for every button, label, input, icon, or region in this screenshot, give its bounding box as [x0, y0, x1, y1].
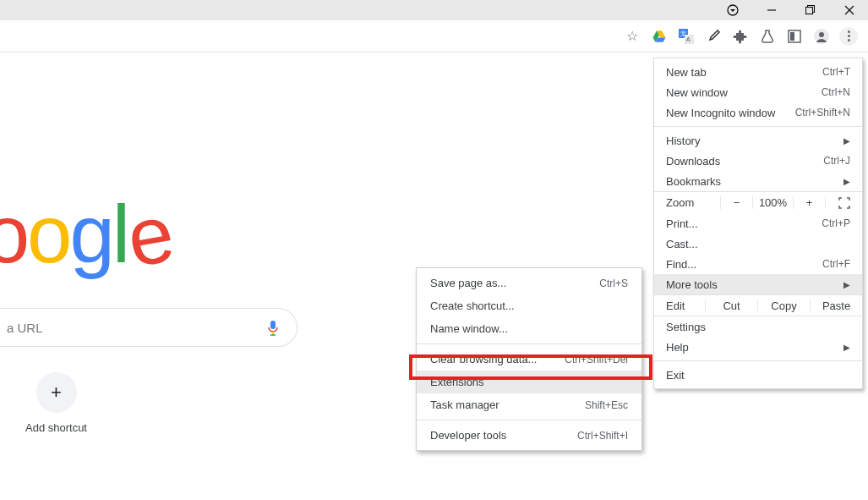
edit-paste-button[interactable]: Paste	[810, 299, 862, 312]
edit-copy-button[interactable]: Copy	[757, 299, 810, 312]
chevron-right-icon: ▶	[843, 177, 850, 186]
menu-item-help[interactable]: Help▶	[654, 337, 862, 357]
menu-item-more-tools[interactable]: More tools▶	[654, 274, 862, 294]
svg-rect-3	[806, 8, 813, 14]
svg-rect-11	[790, 32, 794, 41]
plus-icon: +	[36, 372, 77, 413]
menu-item-bookmarks[interactable]: Bookmarks▶	[654, 171, 862, 191]
menu-item-settings[interactable]: Settings	[654, 316, 862, 337]
drive-extension-icon[interactable]	[650, 27, 669, 46]
menu-item-find[interactable]: Find...Ctrl+F	[654, 254, 862, 274]
window-titlebar	[0, 0, 868, 20]
menu-item-incognito[interactable]: New Incognito windowCtrl+Shift+N	[654, 102, 862, 123]
submenu-item-extensions[interactable]: Extensions	[417, 371, 641, 393]
more-tools-submenu: Save page as...Ctrl+S Create shortcut...…	[416, 267, 642, 451]
menu-item-exit[interactable]: Exit	[654, 365, 862, 385]
dropdown-icon[interactable]	[723, 4, 743, 16]
menu-item-downloads[interactable]: DownloadsCtrl+J	[654, 151, 862, 171]
submenu-item-name-window[interactable]: Name window...	[417, 317, 641, 340]
svg-rect-14	[270, 321, 276, 329]
menu-item-new-window[interactable]: New windowCtrl+N	[654, 82, 862, 102]
svg-text:文: 文	[680, 30, 686, 36]
svg-point-13	[819, 32, 824, 37]
menu-item-cast[interactable]: Cast...	[654, 234, 862, 254]
bookmark-star-icon[interactable]: ☆	[623, 27, 641, 46]
search-box[interactable]: a URL	[0, 308, 298, 347]
add-shortcut-label: Add shortcut	[25, 421, 87, 434]
chrome-menu-button[interactable]	[839, 27, 858, 46]
add-shortcut-tile[interactable]: + Add shortcut	[25, 372, 87, 434]
google-logo: Google	[0, 188, 171, 281]
reading-list-icon[interactable]	[785, 27, 804, 46]
menu-item-history[interactable]: History▶	[654, 130, 862, 151]
menu-item-print[interactable]: Print...Ctrl+P	[654, 213, 862, 234]
fullscreen-button[interactable]	[825, 197, 862, 209]
menu-item-edit: Edit Cut Copy Paste	[654, 294, 862, 316]
page-content: Google a URL + Add shortcut New tabCtrl+…	[0, 52, 868, 500]
maximize-button[interactable]	[800, 5, 821, 15]
chevron-right-icon: ▶	[843, 280, 850, 289]
eyedropper-extension-icon[interactable]	[704, 27, 723, 46]
extensions-puzzle-icon[interactable]	[731, 27, 750, 46]
labs-flask-icon[interactable]	[758, 27, 777, 46]
profile-avatar-icon[interactable]	[812, 27, 831, 46]
menu-item-new-tab[interactable]: New tabCtrl+T	[654, 62, 862, 82]
voice-search-icon[interactable]	[266, 320, 281, 335]
submenu-item-developer-tools[interactable]: Developer toolsCtrl+Shift+I	[417, 424, 641, 447]
zoom-out-button[interactable]: −	[720, 196, 752, 209]
edit-cut-button[interactable]: Cut	[705, 299, 757, 312]
search-placeholder: a URL	[7, 321, 43, 335]
svg-text:A: A	[686, 36, 691, 42]
submenu-item-task-manager[interactable]: Task managerShift+Esc	[417, 393, 641, 416]
zoom-value: 100%	[752, 196, 793, 209]
menu-item-zoom: Zoom − 100% +	[654, 191, 862, 213]
chevron-right-icon: ▶	[843, 343, 850, 352]
submenu-item-save-page[interactable]: Save page as...Ctrl+S	[417, 272, 641, 294]
translate-extension-icon[interactable]: 文A	[677, 27, 696, 46]
submenu-item-clear-data[interactable]: Clear browsing data...Ctrl+Shift+Del	[417, 348, 641, 371]
chrome-main-menu: New tabCtrl+T New windowCtrl+N New Incog…	[653, 58, 863, 389]
chevron-right-icon: ▶	[843, 136, 850, 146]
submenu-item-create-shortcut[interactable]: Create shortcut...	[417, 294, 641, 317]
close-button[interactable]	[839, 5, 860, 15]
minimize-button[interactable]	[762, 5, 782, 15]
browser-toolbar: ☆ 文A	[0, 20, 868, 52]
zoom-in-button[interactable]: +	[793, 196, 825, 209]
